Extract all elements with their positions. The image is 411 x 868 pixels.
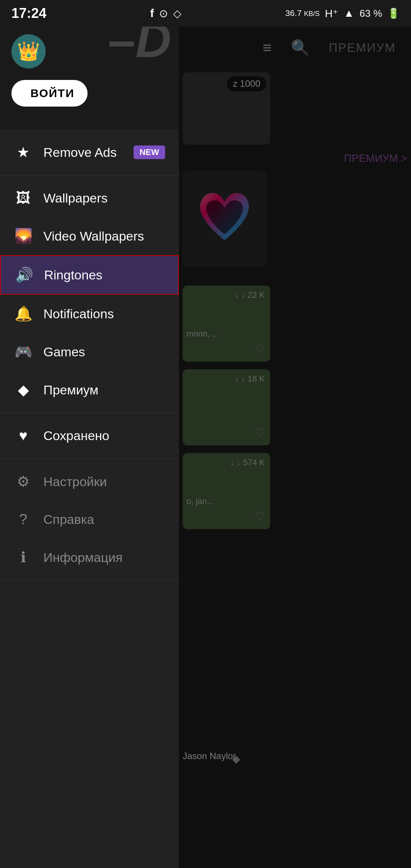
signal-icon: ▲ [344,7,354,19]
menu-section-secondary: ⚙ Настройки ? Справка ℹ Информация [0,459,179,581]
zap-icon: ◇ [173,7,182,20]
network-speed: 36.7 KB/S [285,8,320,18]
volume-icon: 🔊 [14,266,33,283]
new-badge: NEW [134,145,165,159]
sidebar-item-games[interactable]: 🎮 Games [0,333,179,371]
info-label: Информация [43,550,123,565]
status-right: 36.7 KB/S H⁺ ▲ 63 % 🔋 [285,7,400,20]
sidebar-item-notifications[interactable]: 🔔 Notifications [0,295,179,333]
question-icon: ? [14,511,33,528]
menu-section-main: 🖼 Wallpapers 🌄 Video Wallpapers 🔊 Ringto… [0,176,179,413]
premium-label: Премиум [43,383,99,397]
sidebar-item-help[interactable]: ? Справка [0,501,179,538]
avatar-icon: 👑 [17,41,40,62]
wallpapers-label: Wallpapers [43,191,108,206]
login-button[interactable]: ВОЙТИ [11,80,88,107]
menu-section-remove-ads: ★ Remove Ads NEW [0,129,179,176]
facebook-icon: f [150,7,154,20]
video-wallpapers-label: Video Wallpapers [43,229,144,244]
status-time: 17:24 [11,5,46,21]
avatar: 👑 [11,34,46,69]
sidebar-menu: ★ Remove Ads NEW 🖼 Wallpapers 🌄 Video Wa… [0,129,179,868]
menu-section-saved: ♥ Сохранено [0,413,179,459]
sidebar-item-ringtones[interactable]: 🔊 Ringtones [0,255,179,295]
info-icon: ℹ [14,549,33,566]
sidebar-item-wallpapers[interactable]: 🖼 Wallpapers [0,179,179,217]
ringtones-label: Ringtones [44,268,102,282]
star-icon: ★ [14,144,33,161]
sidebar-item-remove-ads[interactable]: ★ Remove Ads NEW [0,133,179,171]
sidebar-item-premium[interactable]: ◆ Премиум [0,371,179,409]
heart-icon: ♥ [14,428,33,444]
bell-icon: 🔔 [14,305,33,322]
sidebar-item-settings[interactable]: ⚙ Настройки [0,463,179,501]
games-label: Games [43,345,85,359]
settings-label: Настройки [43,474,107,489]
remove-ads-label: Remove Ads [43,145,117,160]
sidebar-item-video-wallpapers[interactable]: 🌄 Video Wallpapers [0,217,179,255]
battery-percent: 63 % [360,8,382,19]
sidebar-item-info[interactable]: ℹ Информация [0,538,179,576]
sidebar-item-saved[interactable]: ♥ Сохранено [0,417,179,455]
video-image-icon: 🌄 [14,228,33,244]
sidebar-drawer: –D 👑 ВОЙТИ ★ Remove Ads NEW 🖼 Wallpapers… [0,0,179,868]
network-icon: H⁺ [325,7,338,20]
image-icon: 🖼 [14,190,33,206]
status-icons: f ⊙ ◇ [150,7,182,20]
saved-label: Сохранено [43,428,109,443]
target-icon: ⊙ [159,7,168,20]
gamepad-icon: 🎮 [14,343,33,360]
notifications-label: Notifications [43,306,114,321]
diamond-icon: ◆ [14,381,33,398]
help-label: Справка [43,512,94,527]
gear-icon: ⚙ [14,473,33,490]
status-bar: 17:24 f ⊙ ◇ 36.7 KB/S H⁺ ▲ 63 % 🔋 [0,0,411,27]
battery-icon: 🔋 [387,8,400,19]
